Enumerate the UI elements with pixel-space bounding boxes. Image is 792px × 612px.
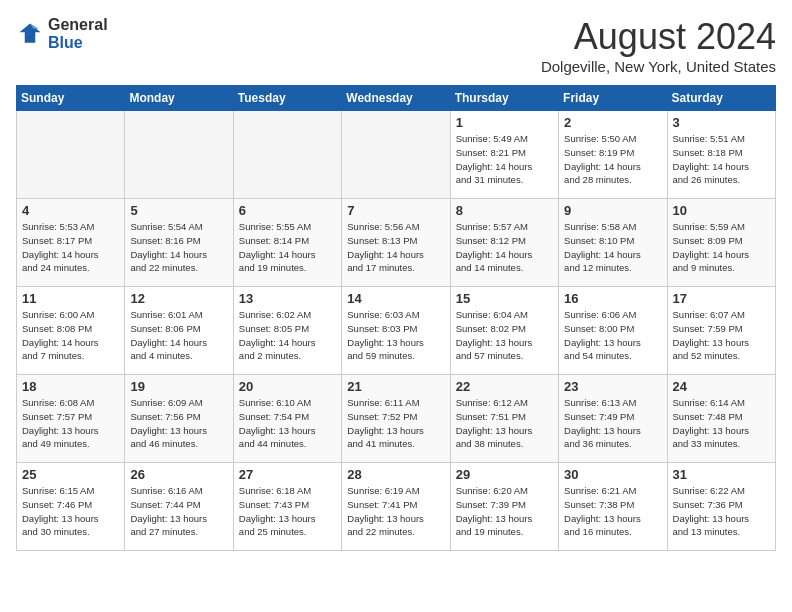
weekday-thursday: Thursday [450,86,558,111]
day-number: 28 [347,467,444,482]
day-number: 25 [22,467,119,482]
day-info: Sunrise: 6:18 AM Sunset: 7:43 PM Dayligh… [239,484,336,539]
day-info: Sunrise: 6:22 AM Sunset: 7:36 PM Dayligh… [673,484,770,539]
day-info: Sunrise: 6:01 AM Sunset: 8:06 PM Dayligh… [130,308,227,363]
week-row-5: 25Sunrise: 6:15 AM Sunset: 7:46 PM Dayli… [17,463,776,551]
day-number: 24 [673,379,770,394]
day-number: 1 [456,115,553,130]
week-row-2: 4Sunrise: 5:53 AM Sunset: 8:17 PM Daylig… [17,199,776,287]
day-info: Sunrise: 6:02 AM Sunset: 8:05 PM Dayligh… [239,308,336,363]
day-cell: 26Sunrise: 6:16 AM Sunset: 7:44 PM Dayli… [125,463,233,551]
day-number: 30 [564,467,661,482]
day-number: 6 [239,203,336,218]
day-info: Sunrise: 6:12 AM Sunset: 7:51 PM Dayligh… [456,396,553,451]
day-info: Sunrise: 5:57 AM Sunset: 8:12 PM Dayligh… [456,220,553,275]
day-cell: 19Sunrise: 6:09 AM Sunset: 7:56 PM Dayli… [125,375,233,463]
day-info: Sunrise: 5:54 AM Sunset: 8:16 PM Dayligh… [130,220,227,275]
weekday-saturday: Saturday [667,86,775,111]
day-number: 7 [347,203,444,218]
day-number: 13 [239,291,336,306]
day-info: Sunrise: 6:09 AM Sunset: 7:56 PM Dayligh… [130,396,227,451]
day-info: Sunrise: 6:00 AM Sunset: 8:08 PM Dayligh… [22,308,119,363]
day-number: 20 [239,379,336,394]
day-info: Sunrise: 5:50 AM Sunset: 8:19 PM Dayligh… [564,132,661,187]
day-cell [233,111,341,199]
day-cell: 20Sunrise: 6:10 AM Sunset: 7:54 PM Dayli… [233,375,341,463]
day-cell: 31Sunrise: 6:22 AM Sunset: 7:36 PM Dayli… [667,463,775,551]
day-number: 9 [564,203,661,218]
logo-icon [16,20,44,48]
day-number: 19 [130,379,227,394]
day-number: 16 [564,291,661,306]
day-cell: 5Sunrise: 5:54 AM Sunset: 8:16 PM Daylig… [125,199,233,287]
weekday-header-row: SundayMondayTuesdayWednesdayThursdayFrid… [17,86,776,111]
day-number: 27 [239,467,336,482]
day-cell: 17Sunrise: 6:07 AM Sunset: 7:59 PM Dayli… [667,287,775,375]
day-cell [125,111,233,199]
day-cell: 4Sunrise: 5:53 AM Sunset: 8:17 PM Daylig… [17,199,125,287]
day-cell: 14Sunrise: 6:03 AM Sunset: 8:03 PM Dayli… [342,287,450,375]
day-number: 14 [347,291,444,306]
day-info: Sunrise: 5:51 AM Sunset: 8:18 PM Dayligh… [673,132,770,187]
day-cell: 11Sunrise: 6:00 AM Sunset: 8:08 PM Dayli… [17,287,125,375]
day-cell [342,111,450,199]
week-row-4: 18Sunrise: 6:08 AM Sunset: 7:57 PM Dayli… [17,375,776,463]
location-subtitle: Dolgeville, New York, United States [541,58,776,75]
day-number: 5 [130,203,227,218]
day-cell: 13Sunrise: 6:02 AM Sunset: 8:05 PM Dayli… [233,287,341,375]
day-number: 31 [673,467,770,482]
day-info: Sunrise: 6:16 AM Sunset: 7:44 PM Dayligh… [130,484,227,539]
day-number: 10 [673,203,770,218]
weekday-sunday: Sunday [17,86,125,111]
day-info: Sunrise: 6:04 AM Sunset: 8:02 PM Dayligh… [456,308,553,363]
day-info: Sunrise: 5:55 AM Sunset: 8:14 PM Dayligh… [239,220,336,275]
day-number: 18 [22,379,119,394]
day-cell: 18Sunrise: 6:08 AM Sunset: 7:57 PM Dayli… [17,375,125,463]
day-cell: 22Sunrise: 6:12 AM Sunset: 7:51 PM Dayli… [450,375,558,463]
day-cell [17,111,125,199]
day-number: 22 [456,379,553,394]
title-block: August 2024 Dolgeville, New York, United… [541,16,776,75]
logo: General Blue [16,16,108,51]
day-number: 11 [22,291,119,306]
week-row-1: 1Sunrise: 5:49 AM Sunset: 8:21 PM Daylig… [17,111,776,199]
day-info: Sunrise: 6:13 AM Sunset: 7:49 PM Dayligh… [564,396,661,451]
day-cell: 10Sunrise: 5:59 AM Sunset: 8:09 PM Dayli… [667,199,775,287]
day-info: Sunrise: 5:53 AM Sunset: 8:17 PM Dayligh… [22,220,119,275]
day-cell: 6Sunrise: 5:55 AM Sunset: 8:14 PM Daylig… [233,199,341,287]
day-number: 26 [130,467,227,482]
day-number: 15 [456,291,553,306]
day-info: Sunrise: 6:08 AM Sunset: 7:57 PM Dayligh… [22,396,119,451]
day-number: 8 [456,203,553,218]
day-cell: 21Sunrise: 6:11 AM Sunset: 7:52 PM Dayli… [342,375,450,463]
day-cell: 1Sunrise: 5:49 AM Sunset: 8:21 PM Daylig… [450,111,558,199]
day-number: 29 [456,467,553,482]
weekday-monday: Monday [125,86,233,111]
day-number: 17 [673,291,770,306]
calendar-table: SundayMondayTuesdayWednesdayThursdayFrid… [16,85,776,551]
day-cell: 12Sunrise: 6:01 AM Sunset: 8:06 PM Dayli… [125,287,233,375]
calendar-header: SundayMondayTuesdayWednesdayThursdayFrid… [17,86,776,111]
day-cell: 25Sunrise: 6:15 AM Sunset: 7:46 PM Dayli… [17,463,125,551]
day-number: 2 [564,115,661,130]
day-cell: 29Sunrise: 6:20 AM Sunset: 7:39 PM Dayli… [450,463,558,551]
day-cell: 15Sunrise: 6:04 AM Sunset: 8:02 PM Dayli… [450,287,558,375]
day-info: Sunrise: 6:06 AM Sunset: 8:00 PM Dayligh… [564,308,661,363]
day-info: Sunrise: 6:10 AM Sunset: 7:54 PM Dayligh… [239,396,336,451]
day-info: Sunrise: 6:15 AM Sunset: 7:46 PM Dayligh… [22,484,119,539]
day-info: Sunrise: 5:56 AM Sunset: 8:13 PM Dayligh… [347,220,444,275]
day-number: 23 [564,379,661,394]
day-info: Sunrise: 6:21 AM Sunset: 7:38 PM Dayligh… [564,484,661,539]
day-cell: 24Sunrise: 6:14 AM Sunset: 7:48 PM Dayli… [667,375,775,463]
calendar-body: 1Sunrise: 5:49 AM Sunset: 8:21 PM Daylig… [17,111,776,551]
day-info: Sunrise: 6:14 AM Sunset: 7:48 PM Dayligh… [673,396,770,451]
weekday-tuesday: Tuesday [233,86,341,111]
logo-text: General Blue [48,16,108,51]
week-row-3: 11Sunrise: 6:00 AM Sunset: 8:08 PM Dayli… [17,287,776,375]
day-number: 4 [22,203,119,218]
day-info: Sunrise: 6:07 AM Sunset: 7:59 PM Dayligh… [673,308,770,363]
day-info: Sunrise: 6:19 AM Sunset: 7:41 PM Dayligh… [347,484,444,539]
day-cell: 23Sunrise: 6:13 AM Sunset: 7:49 PM Dayli… [559,375,667,463]
day-info: Sunrise: 5:49 AM Sunset: 8:21 PM Dayligh… [456,132,553,187]
day-cell: 28Sunrise: 6:19 AM Sunset: 7:41 PM Dayli… [342,463,450,551]
